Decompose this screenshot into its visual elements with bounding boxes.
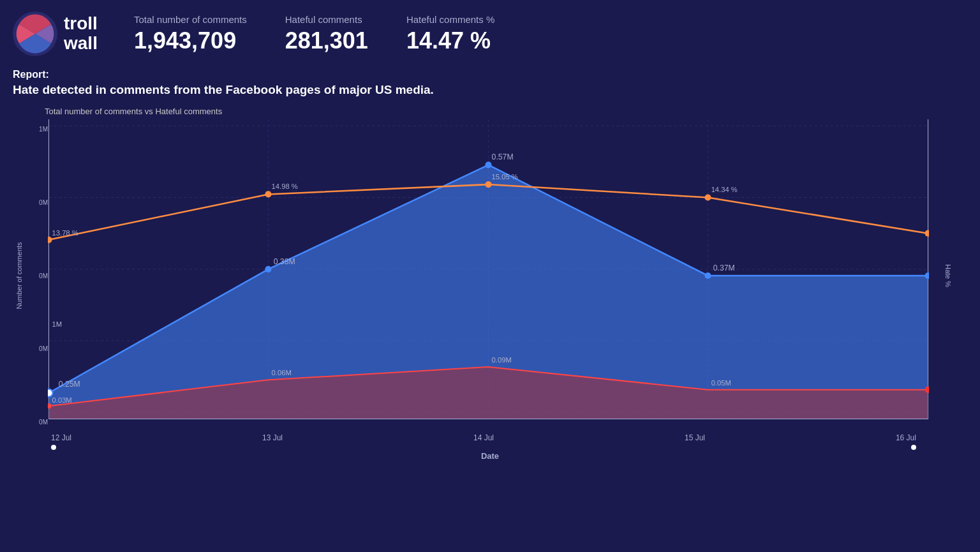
svg-text:0.57M: 0.57M — [492, 153, 514, 161]
svg-point-22 — [924, 230, 929, 237]
stat-hateful-pct-value: 14.47 % — [406, 27, 494, 54]
report-section: Report: Hate detected in comments from t… — [0, 63, 980, 100]
svg-point-21 — [704, 194, 711, 200]
y-tick-0m-4: 0M — [26, 199, 48, 206]
y-tick-0m-2: 0M — [26, 345, 48, 352]
svg-text:0.25M: 0.25M — [59, 380, 80, 389]
report-title: Hate detected in comments from the Faceb… — [13, 83, 961, 97]
svg-text:0.09M: 0.09M — [492, 356, 512, 364]
svg-text:0.03M: 0.03M — [52, 396, 72, 404]
svg-point-18 — [48, 237, 52, 243]
y-tick-0m-3: 0M — [26, 272, 48, 280]
chart-title: Total number of comments vs Hateful comm… — [13, 107, 967, 116]
logo: troll wall — [13, 11, 115, 56]
stat-hateful-pct-label: Hateful comments % — [406, 14, 494, 25]
svg-text:14.98 %: 14.98 % — [272, 183, 298, 190]
header: troll wall Total number of comments 1,94… — [0, 0, 980, 63]
date-13jul: 13 Jul — [262, 433, 283, 442]
svg-point-20 — [485, 181, 491, 188]
svg-point-13 — [48, 389, 53, 397]
logo-icon — [13, 11, 57, 56]
svg-text:0.38M: 0.38M — [274, 257, 295, 266]
svg-point-16 — [704, 272, 711, 279]
svg-text:0.37M: 0.37M — [713, 264, 735, 272]
stat-hateful-pct: Hateful comments % 14.47 % — [406, 14, 494, 54]
y-axis-left-label: Number of comments — [15, 242, 23, 309]
dot-end — [911, 445, 916, 450]
svg-text:0.05M: 0.05M — [711, 379, 731, 387]
stat-total-comments: Total number of comments 1,943,709 — [134, 14, 247, 54]
stat-total-comments-label: Total number of comments — [134, 14, 247, 25]
dot-start — [51, 445, 56, 450]
svg-point-19 — [265, 191, 271, 197]
y-tick-1m: 1M — [26, 126, 48, 133]
x-axis-date-label: Date — [13, 451, 967, 461]
report-prefix: Report: — [13, 69, 961, 80]
stat-hateful-comments: Hateful comments 281,301 — [285, 14, 368, 54]
main-chart-svg: 0.25M 0.38M 0.57M 0.37M 0.37M 13.78 % 1M… — [48, 119, 929, 432]
stats-container: Total number of comments 1,943,709 Hatef… — [134, 14, 961, 54]
svg-text:1M: 1M — [52, 320, 63, 328]
svg-text:13.78 %: 13.78 % — [52, 229, 78, 237]
svg-point-14 — [265, 266, 271, 272]
date-14jul: 14 Jul — [473, 433, 494, 442]
date-16jul: 16 Jul — [896, 433, 916, 442]
svg-text:15.05 %: 15.05 % — [492, 173, 518, 181]
svg-text:0.06M: 0.06M — [272, 369, 292, 377]
svg-text:14.34 %: 14.34 % — [711, 186, 738, 193]
stat-total-comments-value: 1,943,709 — [134, 27, 247, 54]
stat-hateful-comments-label: Hateful comments — [285, 14, 368, 25]
svg-point-15 — [485, 161, 491, 168]
y-tick-0m-1: 0M — [26, 419, 48, 426]
y-axis-right-label: Hate % — [944, 257, 952, 295]
date-15jul: 15 Jul — [685, 433, 705, 442]
stat-hateful-comments-value: 281,301 — [285, 27, 368, 54]
date-12jul: 12 Jul — [51, 433, 71, 442]
logo-text: troll wall — [64, 14, 98, 54]
chart-area: Total number of comments vs Hateful comm… — [13, 107, 967, 464]
